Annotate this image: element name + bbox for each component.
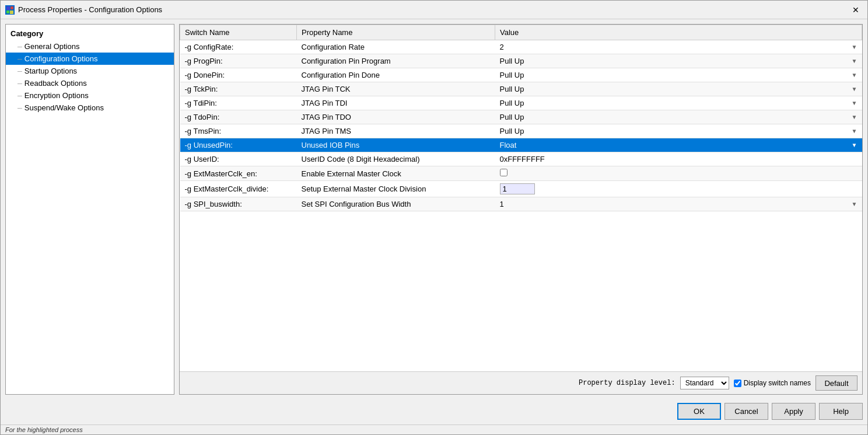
apply-button[interactable]: Apply (772, 403, 816, 420)
property-name-cell: JTAG Pin TMS (297, 124, 495, 138)
help-button[interactable]: Help (819, 403, 863, 420)
chevron-down-icon: ▼ (852, 72, 858, 78)
switch-name-cell: -g UserID: (180, 152, 297, 166)
table-row: -g TdiPin:JTAG Pin TDIPull Up▼ (180, 96, 862, 110)
value-cell[interactable]: Pull Up▼ (495, 68, 862, 82)
value-cell[interactable] (495, 181, 862, 197)
switch-name-cell: -g TdiPin: (180, 96, 297, 110)
sidebar-item-encryption[interactable]: Encryption Options (6, 89, 174, 102)
table-row: -g TckPin:JTAG Pin TCKPull Up▼ (180, 82, 862, 96)
svg-rect-1 (10, 6, 13, 9)
cancel-button[interactable]: Cancel (724, 403, 768, 420)
value-cell[interactable] (495, 166, 862, 181)
svg-rect-3 (10, 11, 13, 14)
app-icon (5, 5, 15, 15)
value-cell[interactable]: 1▼ (495, 197, 862, 211)
property-display-label: Property display level: (579, 379, 676, 387)
table-row: -g SPI_buswidth:Set SPI Configuration Bu… (180, 197, 862, 211)
sidebar-item-suspend[interactable]: Suspend/Wake Options (6, 102, 174, 114)
value-cell[interactable]: Pull Up▼ (495, 124, 862, 138)
status-bar: For the highlighted process (1, 424, 867, 434)
title-bar-left: Process Properties - Configuration Optio… (5, 5, 162, 15)
switch-name-cell: -g TckPin: (180, 82, 297, 96)
value-cell[interactable]: Float▼ (495, 138, 862, 152)
col-value: Value (495, 25, 862, 40)
dialog-window: Process Properties - Configuration Optio… (0, 0, 868, 435)
sidebar-item-startup[interactable]: Startup Options (6, 65, 174, 77)
switch-name-cell: -g TmsPin: (180, 124, 297, 138)
default-button[interactable]: Default (816, 375, 858, 391)
display-switch-names-label: Display switch names (734, 379, 811, 387)
dialog-footer: OK Cancel Apply Help (1, 399, 867, 424)
dialog-content: Category General Options Configuration O… (1, 19, 867, 399)
display-switch-names-checkbox[interactable] (734, 380, 741, 387)
switch-name-cell: -g SPI_buswidth: (180, 197, 297, 211)
main-area: Switch Name Property Name Value -g Confi… (179, 24, 863, 395)
properties-table-container: Switch Name Property Name Value -g Confi… (180, 25, 862, 371)
switch-name-cell: -g TdoPin: (180, 110, 297, 124)
value-cell[interactable]: 0xFFFFFFFF (495, 152, 862, 166)
chevron-down-icon: ▼ (852, 201, 858, 207)
sidebar-item-readback[interactable]: Readback Options (6, 77, 174, 89)
switch-name-cell: -g DonePin: (180, 68, 297, 82)
value-cell[interactable]: Pull Up▼ (495, 110, 862, 124)
property-name-cell: JTAG Pin TDO (297, 110, 495, 124)
title-bar: Process Properties - Configuration Optio… (1, 1, 867, 19)
property-name-cell: UserID Code (8 Digit Hexadecimal) (297, 152, 495, 166)
table-row: -g UserID:UserID Code (8 Digit Hexadecim… (180, 152, 862, 166)
switch-name-cell: -g ProgPin: (180, 54, 297, 68)
table-row: -g DonePin:Configuration Pin DonePull Up… (180, 68, 862, 82)
switch-name-cell: -g ConfigRate: (180, 40, 297, 54)
chevron-down-icon: ▼ (852, 58, 858, 64)
table-row: -g UnusedPin:Unused IOB PinsFloat▼ (180, 138, 862, 152)
value-cell[interactable]: Pull Up▼ (495, 96, 862, 110)
bottom-bar: Property display level: Standard Advance… (180, 371, 862, 394)
category-sidebar: Category General Options Configuration O… (5, 24, 174, 395)
property-name-cell: JTAG Pin TDI (297, 96, 495, 110)
property-name-cell: JTAG Pin TCK (297, 82, 495, 96)
svg-rect-0 (6, 6, 10, 10)
value-cell[interactable]: Pull Up▼ (495, 82, 862, 96)
col-switch-name: Switch Name (180, 25, 297, 40)
table-row: -g ExtMasterCclk_divide:Setup External M… (180, 181, 862, 197)
properties-table: Switch Name Property Name Value -g Confi… (180, 25, 862, 211)
switch-name-cell: -g ExtMasterCclk_en: (180, 166, 297, 181)
text-input-cell[interactable] (500, 183, 535, 194)
sidebar-label: Category (6, 27, 174, 40)
switch-name-cell: -g ExtMasterCclk_divide: (180, 181, 297, 197)
sidebar-item-general[interactable]: General Options (6, 40, 174, 53)
chevron-down-icon: ▼ (852, 44, 858, 50)
display-level-select[interactable]: Standard Advanced (680, 377, 729, 389)
property-name-cell: Enable External Master Clock (297, 166, 495, 181)
table-row: -g ConfigRate:Configuration Rate2▼ (180, 40, 862, 54)
chevron-down-icon: ▼ (852, 100, 858, 106)
close-button[interactable]: ✕ (849, 4, 863, 16)
chevron-down-icon: ▼ (852, 142, 858, 148)
switch-name-cell: -g UnusedPin: (180, 138, 297, 152)
property-name-cell: Configuration Pin Done (297, 68, 495, 82)
window-title: Process Properties - Configuration Optio… (18, 5, 162, 14)
table-row: -g TmsPin:JTAG Pin TMSPull Up▼ (180, 124, 862, 138)
property-name-cell: Setup External Master Clock Division (297, 181, 495, 197)
svg-rect-2 (6, 11, 9, 13)
property-name-cell: Unused IOB Pins (297, 138, 495, 152)
table-row: -g ProgPin:Configuration Pin ProgramPull… (180, 54, 862, 68)
chevron-down-icon: ▼ (852, 114, 858, 120)
value-cell[interactable]: Pull Up▼ (495, 54, 862, 68)
table-row: -g ExtMasterCclk_en:Enable External Mast… (180, 166, 862, 181)
sidebar-item-configuration[interactable]: Configuration Options (6, 53, 174, 65)
col-property-name: Property Name (297, 25, 495, 40)
table-row: -g TdoPin:JTAG Pin TDOPull Up▼ (180, 110, 862, 124)
property-name-cell: Configuration Pin Program (297, 54, 495, 68)
value-cell[interactable]: 2▼ (495, 40, 862, 54)
enable-checkbox[interactable] (500, 169, 508, 176)
property-name-cell: Configuration Rate (297, 40, 495, 54)
ok-button[interactable]: OK (677, 403, 721, 420)
chevron-down-icon: ▼ (852, 128, 858, 134)
chevron-down-icon: ▼ (852, 86, 858, 92)
property-name-cell: Set SPI Configuration Bus Width (297, 197, 495, 211)
